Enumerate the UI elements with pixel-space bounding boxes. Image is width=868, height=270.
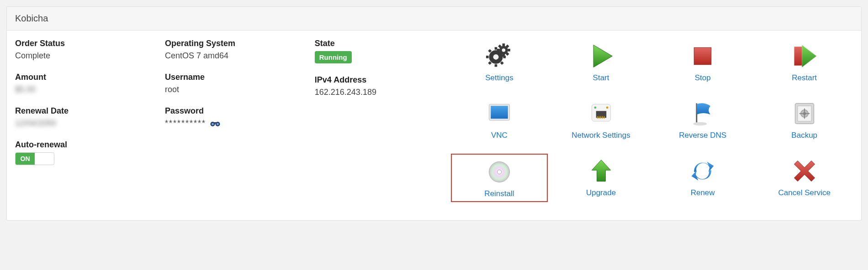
toggle-knob: [35, 153, 54, 165]
svg-point-39: [606, 107, 608, 109]
auto-renewal-label: Auto-renewal: [15, 140, 151, 150]
svg-rect-15: [508, 49, 510, 52]
renew-icon: [688, 156, 717, 186]
action-restart[interactable]: Restart: [756, 39, 853, 85]
svg-point-41: [693, 122, 707, 126]
state-label: State: [315, 39, 451, 48]
svg-marker-25: [593, 45, 612, 68]
field-username: Username root: [165, 73, 301, 94]
action-start[interactable]: Start: [552, 39, 650, 85]
field-ipv4: IPv4 Address 162.216.243.189: [315, 75, 451, 97]
reinstall-label: Reinstall: [484, 189, 514, 198]
rdns-label: Reverse DNS: [679, 131, 726, 140]
network-icon: [587, 99, 616, 128]
svg-point-2: [212, 123, 214, 125]
action-renew[interactable]: Renew: [654, 154, 752, 202]
ipv4-value: 162.216.243.189: [315, 88, 451, 97]
svg-marker-28: [802, 45, 816, 68]
svg-point-38: [594, 107, 596, 109]
reinstall-icon: [485, 157, 514, 187]
state-badge: Running: [315, 51, 352, 63]
upgrade-label: Upgrade: [586, 188, 616, 197]
action-vnc[interactable]: VNC: [451, 96, 548, 143]
toggle-on-label: ON: [16, 153, 35, 165]
svg-rect-11: [495, 47, 498, 50]
svg-point-3: [217, 123, 219, 125]
restart-icon: [790, 42, 819, 71]
start-label: Start: [593, 73, 609, 83]
field-renewal-date: Renewal Date 12/04/2050: [15, 106, 151, 128]
action-stop[interactable]: Stop: [654, 39, 752, 85]
action-rdns[interactable]: Reverse DNS: [654, 96, 752, 143]
action-settings[interactable]: Settings: [451, 39, 548, 85]
info-area: Order Status Complete Amount $5.00 Renew…: [15, 39, 451, 202]
username-label: Username: [165, 73, 301, 82]
os-label: Operating System: [165, 39, 301, 48]
svg-rect-35: [600, 116, 601, 119]
renewal-date-label: Renewal Date: [15, 106, 151, 116]
info-col-2: Operating System CentOS 7 amd64 Username…: [165, 39, 301, 202]
field-order-status: Order Status Complete: [15, 39, 151, 61]
svg-rect-33: [597, 116, 598, 119]
action-backup[interactable]: Backup: [756, 96, 853, 143]
vnc-icon: [485, 99, 514, 128]
vnc-label: VNC: [491, 131, 508, 140]
order-status-value: Complete: [15, 51, 151, 61]
field-state: State Running: [315, 39, 451, 63]
field-amount: Amount $5.00: [15, 73, 151, 94]
ipv4-label: IPv4 Address: [315, 75, 451, 85]
renew-label: Renew: [691, 188, 715, 197]
restart-label: Restart: [792, 73, 817, 83]
field-os: Operating System CentOS 7 amd64: [165, 39, 301, 61]
svg-rect-17: [503, 54, 505, 57]
info-col-3: State Running IPv4 Address 162.216.243.1…: [315, 39, 451, 202]
settings-icon: [485, 42, 514, 71]
action-network[interactable]: Network Settings: [552, 96, 650, 143]
svg-rect-37: [603, 116, 604, 119]
backup-icon: [790, 99, 819, 128]
order-status-label: Order Status: [15, 39, 151, 48]
password-value: **********: [165, 119, 206, 128]
svg-rect-27: [794, 47, 802, 65]
svg-rect-36: [602, 116, 603, 119]
action-cancel[interactable]: Cancel Service: [756, 154, 853, 202]
svg-point-14: [493, 54, 498, 60]
password-label: Password: [165, 106, 301, 116]
settings-label: Settings: [485, 73, 513, 83]
field-password: Password **********: [165, 106, 301, 128]
action-reinstall[interactable]: Reinstall: [451, 154, 548, 202]
upgrade-icon: [587, 156, 616, 186]
svg-rect-19: [497, 49, 500, 52]
svg-rect-9: [486, 56, 489, 58]
username-value: root: [165, 85, 301, 94]
backup-label: Backup: [791, 131, 817, 140]
panel-body: Order Status Complete Amount $5.00 Renew…: [7, 31, 861, 220]
field-auto-renewal: Auto-renewal ON: [15, 140, 151, 165]
page-title: Kobicha: [7, 7, 861, 31]
start-icon: [587, 42, 616, 71]
svg-rect-7: [495, 64, 498, 67]
svg-point-49: [497, 170, 501, 174]
action-upgrade[interactable]: Upgrade: [552, 154, 650, 202]
svg-rect-30: [491, 106, 508, 119]
network-label: Network Settings: [572, 131, 630, 140]
amount-label: Amount: [15, 73, 151, 82]
rdns-icon: [688, 99, 717, 128]
svg-rect-26: [694, 47, 711, 65]
info-col-1: Order Status Complete Amount $5.00 Renew…: [15, 39, 151, 202]
svg-marker-50: [592, 160, 610, 182]
server-panel: Kobicha Order Status Complete Amount $5.…: [6, 6, 862, 221]
renewal-date-value: 12/04/2050: [15, 119, 151, 128]
stop-label: Stop: [695, 73, 711, 83]
svg-rect-4: [214, 122, 216, 124]
reveal-password-icon[interactable]: [210, 119, 221, 128]
svg-rect-21: [503, 43, 505, 46]
amount-value: $5.00: [15, 85, 151, 94]
os-value: CentOS 7 amd64: [165, 51, 301, 61]
cancel-label: Cancel Service: [778, 188, 831, 197]
auto-renewal-toggle[interactable]: ON: [15, 152, 54, 165]
actions-grid: Settings Start Stop Restart VNC Networ: [451, 39, 853, 202]
cancel-icon: [790, 156, 819, 186]
stop-icon: [688, 42, 717, 71]
svg-rect-34: [598, 116, 599, 119]
